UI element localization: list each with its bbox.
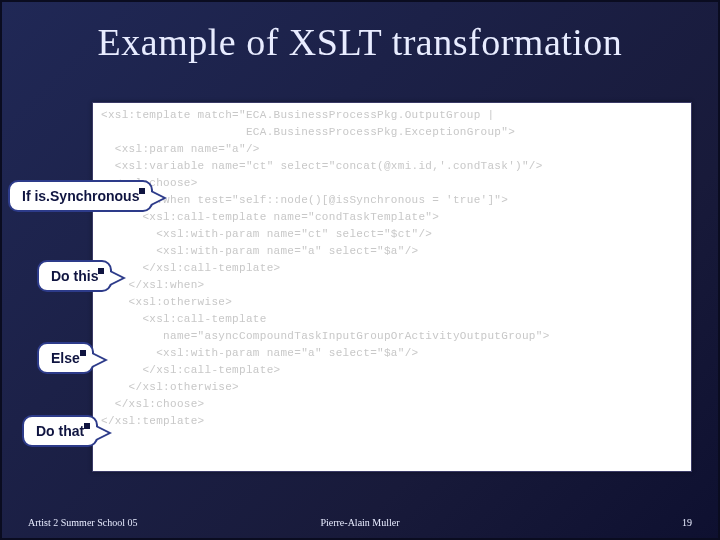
callout-do-this: Do this	[37, 260, 112, 292]
footer-left: Artist 2 Summer School 05	[28, 517, 137, 528]
callout-if-synchronous: If is.Synchronous	[8, 180, 153, 212]
code-line: <xsl:otherwise>	[101, 294, 683, 311]
slide: Example of XSLT transformation <xsl:temp…	[0, 0, 720, 540]
code-line: ECA.BusinessProcessPkg.ExceptionGroup">	[101, 124, 683, 141]
footer-center: Pierre-Alain Muller	[320, 517, 399, 528]
code-line: <xsl:call-template	[101, 311, 683, 328]
code-line: <xsl:variable name="ct" select="concat(@…	[101, 158, 683, 175]
footer: Artist 2 Summer School 05 Pierre-Alain M…	[2, 517, 718, 528]
code-line: <xsl:when test="self::node()[@isSynchron…	[101, 192, 683, 209]
code-line: </xsl:template>	[101, 413, 683, 430]
callout-label: If is.Synchronous	[22, 188, 139, 204]
callout-tail-icon	[90, 353, 104, 367]
code-line: </xsl:call-template>	[101, 260, 683, 277]
callout-label: Do that	[36, 423, 84, 439]
callout-label: Do this	[51, 268, 98, 284]
code-line: <xsl:with-param name="a" select="$a"/>	[101, 345, 683, 362]
callout-tail-icon	[108, 271, 122, 285]
callout-tail-icon	[94, 426, 108, 440]
code-block: <xsl:template match="ECA.BusinessProcess…	[92, 102, 692, 472]
callout-do-that: Do that	[22, 415, 98, 447]
footer-right: 19	[682, 517, 692, 528]
code-line: </xsl:call-template>	[101, 362, 683, 379]
code-line: </xsl:otherwise>	[101, 379, 683, 396]
code-line: <xsl:param name="a"/>	[101, 141, 683, 158]
callout-tail-icon	[149, 191, 163, 205]
code-line: <xsl:with-param name="a" select="$a"/>	[101, 243, 683, 260]
code-line: </xsl:choose>	[101, 396, 683, 413]
callout-label: Else	[51, 350, 80, 366]
code-line: <xsl:choose>	[101, 175, 683, 192]
code-line: name="asyncCompoundTaskInputGroupOrActiv…	[101, 328, 683, 345]
code-line: <xsl:template match="ECA.BusinessProcess…	[101, 107, 683, 124]
code-line: </xsl:when>	[101, 277, 683, 294]
code-line: <xsl:call-template name="condTaskTemplat…	[101, 209, 683, 226]
slide-title: Example of XSLT transformation	[2, 2, 718, 68]
callout-else: Else	[37, 342, 94, 374]
code-line: <xsl:with-param name="ct" select="$ct"/>	[101, 226, 683, 243]
